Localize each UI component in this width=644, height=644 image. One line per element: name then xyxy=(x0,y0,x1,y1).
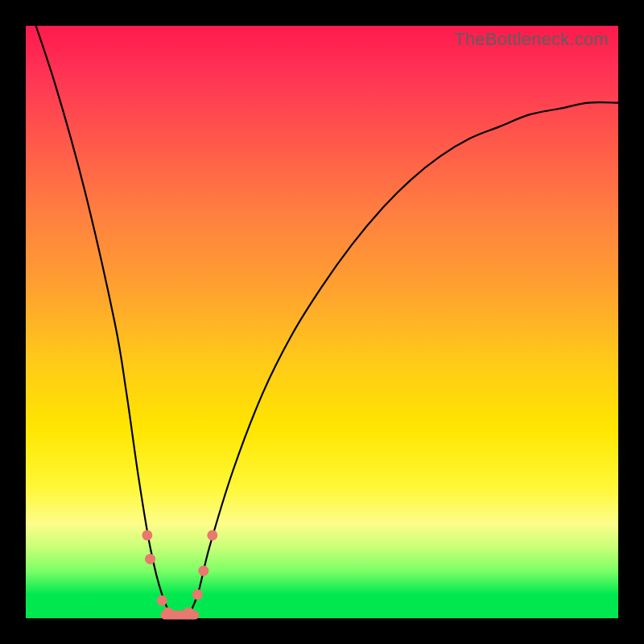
curve-layer xyxy=(26,26,618,618)
data-marker xyxy=(198,566,208,576)
data-marker xyxy=(184,607,194,617)
data-marker xyxy=(157,595,167,605)
marker-group xyxy=(142,530,217,617)
data-marker xyxy=(163,607,173,617)
plot-area: TheBottleneck.com xyxy=(26,26,618,618)
data-marker xyxy=(192,589,203,600)
chart-frame: TheBottleneck.com xyxy=(0,0,644,644)
data-marker xyxy=(145,554,155,564)
bottleneck-curve xyxy=(26,0,618,621)
data-marker xyxy=(142,530,152,540)
data-marker xyxy=(207,530,217,540)
